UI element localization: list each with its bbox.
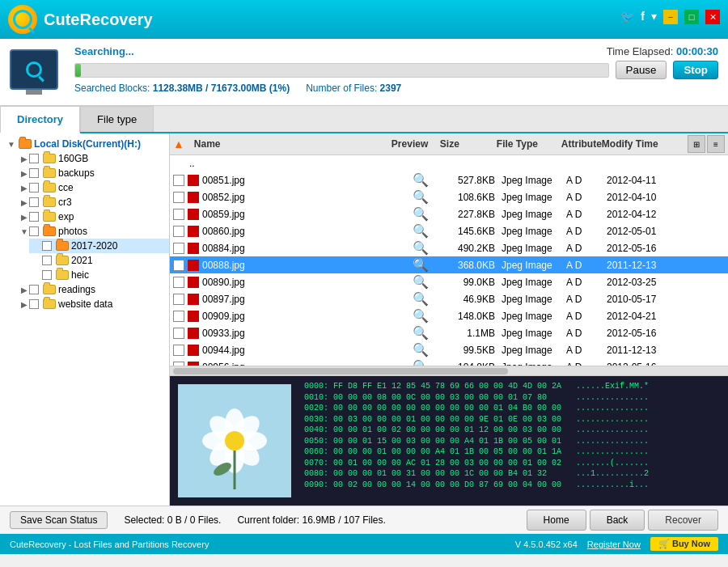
check-heic[interactable] bbox=[42, 270, 52, 280]
tree-item-160gb[interactable]: ▶ 160GB bbox=[16, 151, 169, 166]
table-row[interactable]: 00890.jpg 🔍 99.0KB Jpeg Image A D 2012-0… bbox=[170, 273, 728, 290]
file-checkbox[interactable] bbox=[173, 175, 184, 186]
toggle-readings[interactable]: ▶ bbox=[19, 286, 29, 294]
file-checkbox[interactable] bbox=[173, 311, 184, 322]
file-preview-icon[interactable]: 🔍 bbox=[396, 172, 445, 188]
file-preview-icon[interactable]: 🔍 bbox=[396, 308, 445, 324]
facebook-icon[interactable]: f bbox=[641, 10, 645, 24]
tree-item-cce[interactable]: ▶ cce bbox=[16, 180, 169, 195]
toggle-exp[interactable]: ▶ bbox=[19, 213, 29, 222]
tree-item-backups[interactable]: ▶ backups bbox=[16, 166, 169, 180]
file-checkbox[interactable] bbox=[173, 260, 184, 271]
table-row[interactable]: 00852.jpg 🔍 108.6KB Jpeg Image A D 2012-… bbox=[170, 188, 728, 205]
toggle-2017-2020[interactable] bbox=[32, 242, 42, 251]
check-backups[interactable] bbox=[29, 168, 39, 178]
up-directory-button[interactable]: ▲ bbox=[173, 138, 184, 150]
check-websitedata[interactable] bbox=[29, 299, 39, 309]
file-size: 368.0KB bbox=[445, 260, 502, 271]
wifi-icon[interactable]: ▾ bbox=[651, 10, 657, 24]
check-160gb[interactable] bbox=[29, 154, 39, 163]
file-preview-icon[interactable]: 🔍 bbox=[396, 325, 445, 341]
tab-directory[interactable]: Directory bbox=[0, 106, 80, 133]
parent-directory-row[interactable]: .. bbox=[170, 155, 728, 171]
file-checkbox[interactable] bbox=[173, 277, 184, 288]
table-row[interactable]: 00933.jpg 🔍 1.1MB Jpeg Image A D 2012-05… bbox=[170, 324, 728, 341]
table-row[interactable]: 00956.jpg 🔍 104.8KB Jpeg Image A D 2012-… bbox=[170, 358, 728, 366]
pause-button[interactable]: Pause bbox=[616, 61, 667, 79]
toggle-heic[interactable] bbox=[32, 271, 42, 280]
table-row[interactable]: 00859.jpg 🔍 227.8KB Jpeg Image A D 2012-… bbox=[170, 205, 728, 222]
col-header-size[interactable]: Size bbox=[437, 137, 493, 151]
grid-view-button[interactable]: ⊞ bbox=[688, 135, 705, 153]
tree-item-2017-2020[interactable]: 2017-2020 bbox=[29, 239, 169, 253]
file-preview-icon[interactable]: 🔍 bbox=[396, 206, 445, 222]
tree-item-heic[interactable]: heic bbox=[29, 268, 169, 282]
file-preview-icon[interactable]: 🔍 bbox=[396, 291, 445, 307]
home-button[interactable]: Home bbox=[527, 510, 586, 531]
close-button[interactable]: ✕ bbox=[705, 10, 720, 24]
file-preview-icon[interactable]: 🔍 bbox=[396, 223, 445, 239]
table-row[interactable]: 00888.jpg 🔍 368.0KB Jpeg Image A D 2011-… bbox=[170, 256, 728, 273]
col-header-name[interactable]: Name bbox=[191, 137, 388, 151]
tree-item-websitedata[interactable]: ▶ website data bbox=[16, 297, 169, 311]
tree-toggle-root[interactable]: ▼ bbox=[6, 140, 16, 149]
tree-item-photos[interactable]: ▼ photos bbox=[16, 224, 169, 239]
check-cr3[interactable] bbox=[29, 197, 39, 207]
toggle-photos[interactable]: ▼ bbox=[19, 227, 29, 236]
file-preview-icon[interactable]: 🔍 bbox=[396, 240, 445, 256]
check-exp[interactable] bbox=[29, 212, 39, 222]
list-view-button[interactable]: ≡ bbox=[707, 135, 725, 153]
check-cce[interactable] bbox=[29, 183, 39, 193]
file-checkbox[interactable] bbox=[173, 294, 184, 305]
check-2021[interactable] bbox=[42, 256, 52, 265]
file-checkbox[interactable] bbox=[173, 328, 184, 339]
col-header-preview[interactable]: Preview bbox=[388, 137, 437, 151]
file-list[interactable]: .. 00851.jpg 🔍 527.8KB Jpeg Image A D 20… bbox=[170, 155, 728, 366]
toggle-backups[interactable]: ▶ bbox=[19, 169, 29, 178]
file-checkbox[interactable] bbox=[173, 192, 184, 203]
file-preview-icon[interactable]: 🔍 bbox=[396, 257, 445, 273]
footer-register[interactable]: Register Now bbox=[587, 539, 641, 549]
file-preview-icon[interactable]: 🔍 bbox=[396, 342, 445, 358]
table-row[interactable]: 00897.jpg 🔍 46.9KB Jpeg Image A D 2010-0… bbox=[170, 290, 728, 307]
file-checkbox[interactable] bbox=[173, 243, 184, 254]
horizontal-scrollbar[interactable] bbox=[170, 366, 728, 376]
toggle-websitedata[interactable]: ▶ bbox=[19, 300, 29, 309]
back-button[interactable]: Back bbox=[590, 510, 645, 531]
tree-item-readings[interactable]: ▶ readings bbox=[16, 282, 169, 297]
table-row[interactable]: 00884.jpg 🔍 490.2KB Jpeg Image A D 2012-… bbox=[170, 239, 728, 256]
col-header-attribute[interactable]: Attribute bbox=[558, 137, 599, 151]
check-photos[interactable] bbox=[29, 226, 39, 236]
check-readings[interactable] bbox=[29, 285, 39, 294]
file-preview-icon[interactable]: 🔍 bbox=[396, 189, 445, 205]
stop-button[interactable]: Stop bbox=[673, 61, 718, 79]
table-row[interactable]: 00909.jpg 🔍 148.0KB Jpeg Image A D 2012-… bbox=[170, 307, 728, 324]
toggle-cce[interactable]: ▶ bbox=[19, 184, 29, 193]
tab-filetype[interactable]: File type bbox=[80, 106, 154, 132]
tree-root[interactable]: ▼ Local Disk(Current)(H:) bbox=[3, 137, 169, 151]
table-row[interactable]: 00944.jpg 🔍 99.5KB Jpeg Image A D 2011-1… bbox=[170, 341, 728, 358]
toggle-160gb[interactable]: ▶ bbox=[19, 154, 29, 163]
recover-button[interactable]: Recover bbox=[648, 510, 718, 531]
label-cr3: cr3 bbox=[58, 197, 72, 208]
tree-item-cr3[interactable]: ▶ cr3 bbox=[16, 195, 169, 209]
col-header-filetype[interactable]: File Type bbox=[493, 137, 558, 151]
toggle-2021[interactable] bbox=[32, 256, 42, 265]
toggle-cr3[interactable]: ▶ bbox=[19, 198, 29, 207]
tree-item-exp[interactable]: ▶ exp bbox=[16, 209, 169, 224]
save-scan-status-button[interactable]: Save Scan Status bbox=[10, 511, 108, 529]
tree-item-2021[interactable]: 2021 bbox=[29, 253, 169, 268]
buy-now-button[interactable]: 🛒 Buy Now bbox=[650, 537, 718, 551]
col-header-modtime[interactable]: Modify Time bbox=[599, 137, 671, 151]
twitter-icon[interactable]: 🐦 bbox=[620, 10, 634, 24]
file-preview-icon[interactable]: 🔍 bbox=[396, 274, 445, 290]
table-row[interactable]: 00860.jpg 🔍 145.6KB Jpeg Image A D 2012-… bbox=[170, 222, 728, 239]
check-2017-2020[interactable] bbox=[42, 241, 52, 251]
maximize-button[interactable]: □ bbox=[684, 10, 699, 24]
file-preview-icon[interactable]: 🔍 bbox=[396, 359, 445, 366]
file-checkbox[interactable] bbox=[173, 226, 184, 237]
file-checkbox[interactable] bbox=[173, 345, 184, 356]
file-checkbox[interactable] bbox=[173, 209, 184, 220]
minimize-button[interactable]: − bbox=[663, 10, 678, 24]
table-row[interactable]: 00851.jpg 🔍 527.8KB Jpeg Image A D 2012-… bbox=[170, 171, 728, 188]
